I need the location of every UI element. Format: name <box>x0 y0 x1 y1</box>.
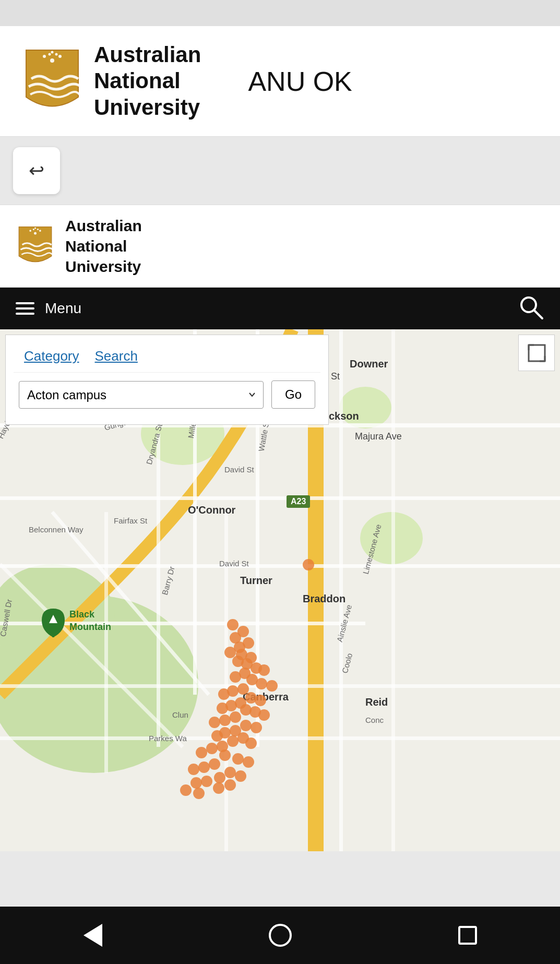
map-marker[interactable] <box>230 711 241 723</box>
map-marker[interactable] <box>206 743 218 754</box>
map-marker[interactable] <box>218 688 230 700</box>
search-icon[interactable] <box>518 294 544 323</box>
secondary-header: Australian National University <box>0 205 560 288</box>
svg-rect-33 <box>224 512 228 851</box>
main-header: Australian National University ANU OK <box>0 26 560 137</box>
svg-rect-26 <box>0 736 560 740</box>
svg-line-13 <box>534 310 542 318</box>
expand-map-button[interactable] <box>518 335 555 371</box>
svg-rect-36 <box>529 345 545 361</box>
nav-home-button[interactable] <box>269 924 292 947</box>
svg-rect-23 <box>0 564 560 568</box>
map-marker[interactable] <box>219 749 231 761</box>
back-triangle-icon <box>84 924 102 947</box>
svg-point-19 <box>339 387 391 429</box>
back-arrow-icon: ↩ <box>29 160 44 182</box>
svg-point-0 <box>50 58 54 63</box>
tab-search[interactable]: Search <box>95 348 138 364</box>
nav-bar: Menu <box>0 288 560 329</box>
map-container[interactable]: Ginnin Lyneham Dickson O'Connor Turner B… <box>0 329 560 851</box>
map-marker[interactable] <box>266 680 278 692</box>
map-marker[interactable] <box>196 747 207 758</box>
road-badge-a23: A23 <box>287 495 310 508</box>
svg-point-3 <box>49 53 51 55</box>
university-name-secondary: Australian National University <box>65 216 142 277</box>
map-marker-single[interactable] <box>303 559 314 570</box>
map-marker[interactable] <box>251 722 262 733</box>
menu-label: Menu <box>45 300 81 317</box>
map-marker[interactable] <box>198 761 210 773</box>
svg-point-2 <box>58 55 62 58</box>
svg-rect-30 <box>339 329 343 851</box>
map-marker[interactable] <box>245 737 257 749</box>
svg-rect-29 <box>157 434 160 747</box>
map-marker[interactable] <box>201 776 212 787</box>
svg-point-6 <box>34 232 37 234</box>
tab-category[interactable]: Category <box>24 348 79 364</box>
home-circle-icon <box>269 924 292 947</box>
status-bar <box>0 0 560 26</box>
map-marker[interactable] <box>188 764 199 775</box>
overlay-controls: Acton campus Other campus Go <box>14 373 320 416</box>
anu-logo-small <box>16 223 55 270</box>
map-overlay-panel: Category Search Acton campus Other campu… <box>5 335 329 425</box>
black-mountain-label: Black <box>69 609 111 621</box>
map-marker[interactable] <box>211 730 223 742</box>
svg-point-10 <box>37 229 39 230</box>
map-marker[interactable] <box>243 756 254 768</box>
hamburger-icon[interactable] <box>16 302 34 315</box>
svg-point-9 <box>33 229 34 230</box>
map-marker[interactable] <box>232 753 244 765</box>
black-mountain-marker: Black Mountain <box>42 609 111 637</box>
bottom-nav <box>0 907 560 964</box>
map-marker[interactable] <box>209 717 220 728</box>
map-marker[interactable] <box>219 715 231 726</box>
svg-point-4 <box>55 53 58 55</box>
app-title: ANU OK <box>248 66 352 97</box>
map-marker[interactable] <box>180 784 192 796</box>
svg-rect-32 <box>104 512 108 773</box>
nav-menu-group[interactable]: Menu <box>16 300 81 317</box>
svg-point-8 <box>39 230 41 232</box>
map-marker[interactable] <box>240 720 252 731</box>
map-marker[interactable] <box>193 788 205 799</box>
map-marker[interactable] <box>227 735 239 747</box>
map-marker[interactable] <box>214 772 225 783</box>
nav-recents-button[interactable] <box>458 926 477 945</box>
back-bar: ↩ <box>0 137 560 205</box>
recents-square-icon <box>458 926 477 945</box>
svg-point-1 <box>43 55 46 58</box>
map-marker[interactable] <box>227 619 239 630</box>
map-marker[interactable] <box>256 678 267 689</box>
overlay-tabs: Category Search <box>14 343 320 373</box>
map-marker[interactable] <box>209 758 220 770</box>
svg-point-11 <box>34 227 36 229</box>
logo-container: Australian National University <box>21 42 201 121</box>
svg-rect-22 <box>0 496 560 500</box>
map-marker[interactable] <box>258 709 270 721</box>
map-marker[interactable] <box>213 782 224 794</box>
map-marker[interactable] <box>230 671 241 683</box>
svg-point-7 <box>29 230 31 232</box>
map-marker[interactable] <box>235 770 246 782</box>
map-marker[interactable] <box>190 777 202 789</box>
map-marker[interactable] <box>224 767 236 778</box>
go-button[interactable]: Go <box>271 380 315 409</box>
nav-back-button[interactable] <box>84 924 102 947</box>
svg-point-5 <box>51 51 54 53</box>
university-name-large: Australian National University <box>94 42 201 121</box>
back-button[interactable]: ↩ <box>13 147 60 194</box>
map-marker[interactable] <box>255 695 266 706</box>
campus-select[interactable]: Acton campus Other campus <box>19 381 264 409</box>
anu-logo-large <box>21 45 84 118</box>
map-marker[interactable] <box>258 664 270 676</box>
svg-rect-31 <box>391 329 395 851</box>
map-marker[interactable] <box>217 703 228 714</box>
map-marker[interactable] <box>224 779 236 791</box>
svg-rect-25 <box>0 684 560 688</box>
